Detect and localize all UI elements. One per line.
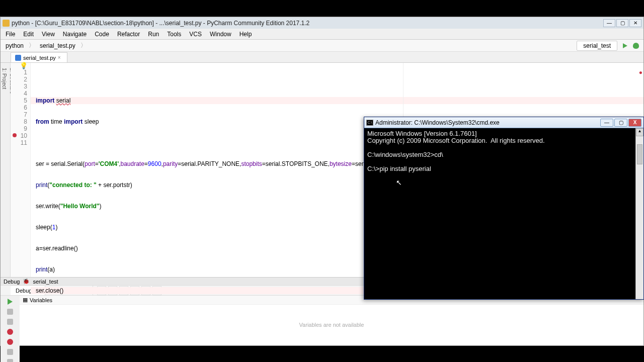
cmd-maximize-button[interactable]: ▢ — [614, 119, 627, 127]
view-breakpoints-button[interactable] — [7, 329, 13, 335]
stop-button[interactable] — [7, 319, 13, 325]
cmd-line: C:\>pip install pyserial — [367, 165, 431, 172]
menu-run[interactable]: Run — [144, 30, 163, 39]
cmd-line: C:\windows\system32>cd\ — [367, 151, 443, 158]
menu-help[interactable]: Help — [235, 30, 256, 39]
bug-icon — [633, 43, 639, 49]
gutter-ln: 4 — [11, 90, 30, 97]
run-config-selector[interactable]: serial_test — [577, 41, 617, 51]
editor-gutter: 💡1 2 3 4 5 6 7 8 9 10 11 — [11, 63, 31, 277]
maximize-button[interactable]: ▢ — [616, 19, 628, 27]
breadcrumb-file[interactable]: serial_test.py — [37, 41, 78, 50]
cmd-close-button[interactable]: X — [628, 119, 641, 127]
menu-view[interactable]: View — [38, 30, 59, 39]
menu-navigate[interactable]: Navigate — [59, 30, 91, 39]
menu-file[interactable]: File — [2, 30, 19, 39]
gutter-ln: 6 — [11, 104, 30, 111]
chevron-right-icon: 〉 — [80, 41, 87, 50]
variables-empty-text: Variables are not available — [20, 305, 643, 345]
cmd-terminal[interactable]: Microsoft Windows [Version 6.1.7601] Cop… — [364, 128, 643, 299]
scroll-up-button[interactable]: ▲ — [636, 128, 643, 136]
gutter-ln: 3 — [11, 83, 30, 90]
left-toolwindow-bar: 1: Project 2: Structure — [1, 63, 11, 277]
ide-titlebar: python - [C:\Guru_E831709\NABL\section-1… — [1, 17, 643, 29]
debug-side-toolbar — [1, 296, 20, 362]
error-stripe-marker[interactable]: ● — [639, 69, 642, 76]
gutter-ln: 9 — [11, 125, 30, 132]
gutter-ln: 5 — [11, 97, 30, 104]
editor-tabbar: serial_test.py × — [1, 52, 643, 63]
settings-button[interactable] — [7, 349, 13, 355]
gutter-ln: 7 — [11, 111, 30, 118]
menu-code[interactable]: Code — [91, 30, 113, 39]
code-line: import serial — [31, 97, 643, 104]
gutter-ln: 8 — [11, 118, 30, 125]
play-icon — [623, 43, 627, 48]
breakpoint-icon[interactable] — [13, 133, 17, 137]
scroll-thumb[interactable] — [637, 144, 642, 164]
sidebar-project[interactable]: 1: Project — [1, 65, 8, 277]
mute-breakpoints-button[interactable] — [7, 339, 13, 345]
menu-window[interactable]: Window — [206, 30, 235, 39]
gutter-ln: 💡1 — [11, 69, 30, 76]
python-file-icon — [15, 55, 21, 61]
breadcrumb: python 〉 serial_test.py 〉 — [3, 41, 577, 50]
cmd-line: Microsoft Windows [Version 6.1.7601] — [367, 130, 477, 137]
ide-title: python - [C:\Guru_E831709\NABL\section-1… — [12, 20, 603, 27]
debug-button[interactable] — [631, 41, 640, 50]
navbar: python 〉 serial_test.py 〉 serial_test — [1, 40, 643, 52]
chevron-right-icon: 〉 — [29, 41, 35, 50]
cmd-title: Administrator: C:\Windows\System32\cmd.e… — [375, 119, 600, 126]
gutter-ln: 11 — [11, 139, 30, 146]
cmd-icon: C:\ — [366, 120, 373, 126]
debug-header-label: Debug — [4, 279, 20, 285]
resume-program-button[interactable] — [8, 299, 13, 305]
cmd-scrollbar[interactable]: ▲ — [635, 128, 643, 299]
cmd-window[interactable]: C:\ Administrator: C:\Windows\System32\c… — [364, 117, 644, 300]
bulb-icon[interactable]: 💡 — [20, 62, 28, 69]
cmd-minimize-button[interactable]: — — [600, 119, 613, 127]
tab-label: serial_test.py — [23, 55, 56, 61]
menubar: File Edit View Navigate Code Refactor Ru… — [1, 29, 643, 40]
pause-button[interactable] — [7, 309, 13, 315]
run-button[interactable] — [620, 41, 629, 50]
cmd-titlebar[interactable]: C:\ Administrator: C:\Windows\System32\c… — [364, 117, 643, 128]
gutter-ln: 10 — [11, 132, 30, 139]
menu-vcs[interactable]: VCS — [185, 30, 206, 39]
cmd-line: Copyright (c) 2009 Microsoft Corporation… — [367, 137, 545, 144]
menu-tools[interactable]: Tools — [163, 30, 185, 39]
minimize-button[interactable]: — — [603, 19, 615, 27]
pycharm-icon — [3, 20, 10, 27]
editor-tab[interactable]: serial_test.py × — [11, 52, 67, 62]
close-button[interactable]: ✕ — [629, 19, 641, 27]
menu-refactor[interactable]: Refactor — [113, 30, 144, 39]
menu-edit[interactable]: Edit — [19, 30, 38, 39]
tab-close-button[interactable]: × — [58, 55, 63, 60]
gutter-ln: 2 — [11, 76, 30, 83]
pin-button[interactable] — [7, 359, 13, 362]
breadcrumb-root[interactable]: python — [3, 41, 27, 50]
